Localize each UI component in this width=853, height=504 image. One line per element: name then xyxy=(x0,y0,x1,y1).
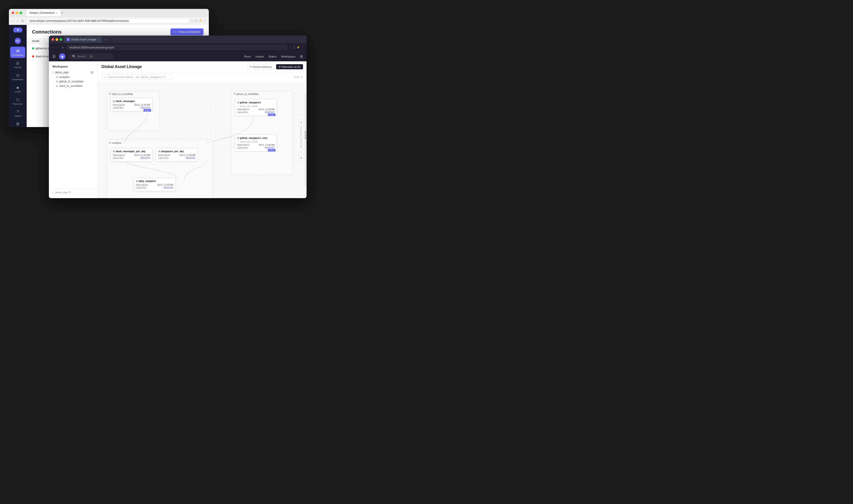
group-icon: ⊞ xyxy=(109,92,111,95)
grid-icon: ⊞ xyxy=(56,76,58,79)
credits-label: Credits xyxy=(15,91,21,93)
asset-card-stargazers-per-day[interactable]: ⊞ stargazers_per_day Materialized Oct 5,… xyxy=(156,148,198,162)
asset-filter-input[interactable]: ✦ Type an asset subset... (ex: github_st… xyxy=(101,74,173,80)
asset-name: ⊞ github_stargazers xyxy=(237,101,275,104)
group-label-slack: ⊞ slack_to_snowflake xyxy=(109,92,133,95)
reload-button[interactable]: ↻ xyxy=(21,19,25,23)
asset-card-daily-analytics[interactable]: ⊞ daily_analytics Materialized Oct 5, 11… xyxy=(133,178,176,192)
asset-card-github-stargazers[interactable]: ⊞ github_stargazers ↔ airbyte_sync_a1ebb… xyxy=(235,99,277,116)
sidebar-item-resources[interactable]: ⬡ Resources xyxy=(10,95,25,107)
maximize-traffic-light[interactable] xyxy=(20,12,22,14)
zoom-slider[interactable] xyxy=(301,126,302,148)
sidebar-item-sources[interactable]: ◎ Sources xyxy=(10,59,25,70)
airbyte-url-input[interactable] xyxy=(27,18,189,23)
dagster-tab-close[interactable]: ✕ xyxy=(97,38,99,41)
sidebar-item-settings[interactable]: ⚙ Settings xyxy=(10,120,25,127)
close-traffic-light[interactable] xyxy=(12,12,14,14)
asset-name: ⊞ github_stargazers_user xyxy=(237,137,275,139)
folder-icon: □ xyxy=(52,71,54,74)
menu-icon[interactable]: ⋮ xyxy=(203,19,206,23)
dagster-extensions-icon[interactable]: ⚡ xyxy=(296,46,300,50)
new-connection-button[interactable]: + + New connection xyxy=(170,29,203,35)
sidebar-sub-slack[interactable]: ⊞ slack_to_snowflake xyxy=(49,84,97,88)
dagster-tab-icon: D xyxy=(67,38,70,41)
reload-definitions-button[interactable]: ↻ Reload definitions xyxy=(247,64,274,70)
dagster-reload-button[interactable]: ↻ xyxy=(61,45,65,50)
materialize-all-button[interactable]: ⊕ Materialize all (6) xyxy=(276,64,303,69)
filter-placeholder: Type an asset subset... (ex: github_star… xyxy=(108,75,165,79)
repo-item[interactable]: □ demo_repo 3 xyxy=(49,70,97,75)
reload-label: Reload definitions xyxy=(253,66,272,68)
zoom-out-button[interactable]: − xyxy=(298,149,304,155)
dagster-window-menu[interactable]: ⋮ xyxy=(301,38,304,41)
dagster-tab-label: Global Asset Lineage xyxy=(71,38,96,41)
dagster-bookmark-icon[interactable]: ☆ xyxy=(289,46,291,50)
nav-status[interactable]: Status xyxy=(268,55,276,58)
nav-assets[interactable]: Assets xyxy=(255,55,264,58)
sidebar-sub-analytics[interactable]: ⊞ analytics xyxy=(49,75,97,79)
table-icon-6: ⊞ xyxy=(237,137,239,139)
dagster-lineage-main: Global Asset Lineage ↻ Reload definition… xyxy=(98,61,307,198)
search-icon: 🔍 xyxy=(72,55,75,58)
resources-label: Resources xyxy=(13,103,22,105)
sidebar-item-credits[interactable]: ◈ Credits xyxy=(10,83,25,95)
materialized-row: Materialized Oct 5, 11:44 AM xyxy=(113,104,150,106)
zoom-reset-button[interactable]: ⊕ xyxy=(298,155,304,161)
nav-runs[interactable]: Runs xyxy=(244,55,251,58)
grid-icon-3: ⊞ xyxy=(56,85,58,88)
dagster-url-input[interactable] xyxy=(67,45,287,50)
dagster-forward-button[interactable]: › xyxy=(56,45,59,50)
dagster-settings-icon[interactable]: ⚙ xyxy=(300,54,303,59)
sidebar-item-destinations[interactable]: ⊙ Destinations xyxy=(10,71,25,83)
asset-name: ⊞ slack_messages_per_day xyxy=(113,150,150,152)
sidebar-user-info: BE xyxy=(10,35,25,46)
repo-name-group: □ demo_repo xyxy=(52,71,69,74)
airbyte-tab[interactable]: Airbyte | Connections ✕ xyxy=(26,10,60,16)
dagster-new-tab-icon[interactable]: + xyxy=(105,38,106,41)
back-button[interactable]: ‹ xyxy=(12,19,15,23)
materialize-label: Materialize all (6) xyxy=(282,66,300,68)
hamburger-menu-icon[interactable]: ☰ xyxy=(52,54,56,59)
footer-refresh-icon[interactable]: ↻ xyxy=(69,191,71,194)
dagster-body: Workspace □ demo_repo 3 ⊞ analytics ⊞ gi… xyxy=(49,61,307,198)
sidebar-item-connections[interactable]: ⇄ Connections xyxy=(10,47,25,58)
lineage-title: Global Asset Lineage xyxy=(101,65,142,69)
sidebar-item-support[interactable]: ? Support xyxy=(10,108,25,119)
tab-close-icon[interactable]: ✕ xyxy=(56,12,58,14)
scrollbar-thumb[interactable] xyxy=(305,131,306,140)
asset-card-github-user[interactable]: ⊞ github_stargazers_user ↔ airbyte_sync_… xyxy=(235,134,277,151)
tab-bar: Airbyte | Connections ✕ + xyxy=(26,10,206,16)
asset-card-slack-messages[interactable]: ⊞ slack_messages Materialized Oct 5, 11:… xyxy=(110,98,152,111)
destinations-label: Destinations xyxy=(12,78,23,80)
dagster-search-box[interactable]: 🔍 Search... / xyxy=(69,54,113,59)
lineage-canvas: ⊞ slack_to_snowflake ⊞ slack_messages Ma… xyxy=(98,82,307,198)
forward-button[interactable]: › xyxy=(16,19,19,23)
minimize-traffic-light[interactable] xyxy=(16,12,18,14)
dagster-back-button[interactable]: ‹ xyxy=(52,45,54,50)
dagster-minimize-light[interactable] xyxy=(56,38,58,41)
sub-item-label: slack_to_snowflake xyxy=(59,85,83,88)
dagster-close-light[interactable] xyxy=(52,38,54,41)
sidebar-sub-github[interactable]: ⊞ github_to_snowflake xyxy=(49,79,97,84)
asset-card-slack-per-day[interactable]: ⊞ slack_messages_per_day Materialized Oc… xyxy=(110,148,152,162)
timer-refresh-icon[interactable]: ↻ xyxy=(301,75,303,79)
group-label-github: ⊞ github_to_snowflake xyxy=(234,92,258,95)
airbyte-titlebar: Airbyte | Connections ✕ + xyxy=(9,9,209,17)
zoom-in-button[interactable]: + xyxy=(298,120,304,125)
dagster-window: D Global Asset Lineage ✕ + ⋮ ‹ › ↻ ☆ ⓘ ⚡… xyxy=(49,36,307,198)
destinations-icon: ⊙ xyxy=(16,73,20,78)
vertical-scrollbar[interactable] xyxy=(305,93,306,187)
new-tab-icon[interactable]: + xyxy=(61,11,63,15)
connections-label: Connections xyxy=(12,54,23,56)
bookmark-icon[interactable]: ☆ xyxy=(191,19,194,23)
nav-workspace[interactable]: Workspace xyxy=(281,55,295,58)
extension-icon[interactable]: ⚡ xyxy=(199,19,202,23)
zoom-handle[interactable] xyxy=(300,135,303,138)
sync-icon: ↔ xyxy=(237,105,239,107)
dagster-tab[interactable]: D Global Asset Lineage ✕ xyxy=(64,36,102,43)
dagster-menu-dots-icon[interactable]: ⋮ xyxy=(301,46,304,50)
dagster-maximize-light[interactable] xyxy=(59,38,62,41)
dagster-address-icons: ☆ ⓘ ⚡ ⋮ xyxy=(289,46,304,50)
support-label: Support xyxy=(14,115,21,117)
airbyte-sidebar: ✦ BE ⇄ Connections ◎ Sources ⊙ Destinati… xyxy=(9,25,26,127)
